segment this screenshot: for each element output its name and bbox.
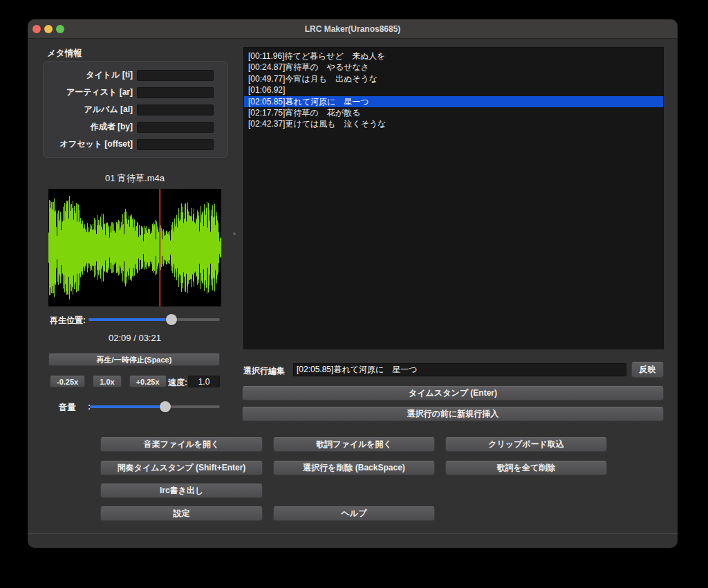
edit-selected-line-label: 選択行編集 [243,365,285,377]
open-lyrics-file-button[interactable]: 歌詞ファイルを開く [273,437,435,452]
splitter-handle-dot[interactable] [233,232,236,235]
speed-up-button[interactable]: +0.25x [129,376,167,387]
edit-selected-line-input[interactable] [293,363,626,376]
meta-field-row: アルバム [al] [49,104,214,116]
bottom-divider [28,533,678,534]
lyric-line[interactable]: [00:24.87]宵待草の やるせなさ [244,62,663,73]
playback-position-slider[interactable] [88,314,220,325]
waveform-display [48,189,221,306]
album-label: アルバム [al] [84,104,133,116]
volume-slider[interactable] [90,401,220,412]
speed-button-row: -0.25x1.0x+0.25x [50,376,167,387]
artist-input[interactable] [137,87,214,98]
slider-fill [90,405,165,408]
play-pause-button[interactable]: 再生/一時停止(Space) [48,353,220,366]
open-music-file-button[interactable]: 音楽ファイルを開く [100,437,263,452]
lyric-line[interactable]: [02:17.75]宵待草の 花が散る [244,107,663,118]
meta-field-row: オフセット [offset] [49,138,214,150]
meta-info-header: メタ情報 [47,48,82,59]
title-label: タイトル [ti] [86,69,133,81]
delete-all-lyrics-button[interactable]: 歌詞を全て削除 [445,461,607,475]
meta-info-groupbox: タイトル [ti]アーティスト [ar]アルバム [al]作成者 [by]オフセ… [43,61,228,158]
time-display: 02:09 / 03:21 [48,333,221,343]
delete-selected-line-button[interactable]: 選択行を削除 (BackSpace) [273,461,435,475]
clipboard-import-button[interactable]: クリップボード取込 [445,437,607,452]
playback-position-label: 再生位置: [50,315,86,327]
speed-down-button[interactable]: -0.25x [50,376,85,387]
album-input[interactable] [137,104,214,116]
speed-label: 速度: [168,377,187,389]
slider-fill [88,318,171,321]
lyric-line[interactable]: [00:49.77]今宵は月も 出ぬそうな [244,73,663,84]
apply-button[interactable]: 反映 [631,362,664,378]
slider-thumb[interactable] [166,314,177,325]
offset-input[interactable] [137,139,214,150]
lyric-line[interactable]: [02:42.37]更けては風も 泣くそうな [244,118,663,129]
lyric-line[interactable]: [02:05.85]暮れて河原に 星一つ [244,96,663,107]
timestamp-button[interactable]: タイムスタンプ (Enter) [242,386,664,401]
meta-field-row: タイトル [ti] [49,69,214,81]
settings-button[interactable]: 設定 [100,506,263,521]
audio-file-name: 01 宵待草.m4a [48,172,221,185]
artist-label: アーティスト [ar] [66,86,133,98]
title-input[interactable] [137,70,214,81]
slider-thumb[interactable] [160,401,171,412]
help-button[interactable]: ヘルプ [273,506,435,521]
export-lrc-button[interactable]: lrc書き出し [100,484,263,498]
insert-line-before-button[interactable]: 選択行の前に新規行挿入 [242,407,664,421]
speed-reset-button[interactable]: 1.0x [93,376,121,387]
window-title: LRC Maker(Uranos8685) [28,19,678,39]
app-window: LRC Maker(Uranos8685) メタ情報 タイトル [ti]アーティ… [28,19,678,548]
lyric-line[interactable]: [01:06.92] [244,84,663,95]
meta-field-row: アーティスト [ar] [49,86,214,98]
meta-field-row: 作成者 [by] [49,121,214,133]
title-bar: LRC Maker(Uranos8685) [28,19,678,39]
lyric-line[interactable]: [00:11.96]待てど暮らせど 来ぬ人を [244,50,663,62]
creator-input[interactable] [137,122,214,133]
interlude-timestamp-button[interactable]: 間奏タイムスタンプ (Shift+Enter) [100,461,263,475]
creator-label: 作成者 [by] [91,121,133,133]
speed-value-field[interactable] [188,376,220,387]
offset-label: オフセット [offset] [60,138,133,150]
lyrics-list: [00:11.96]待てど暮らせど 来ぬ人を[00:24.87]宵待草の やるせ… [243,47,664,349]
volume-label: 音量 [59,402,76,414]
